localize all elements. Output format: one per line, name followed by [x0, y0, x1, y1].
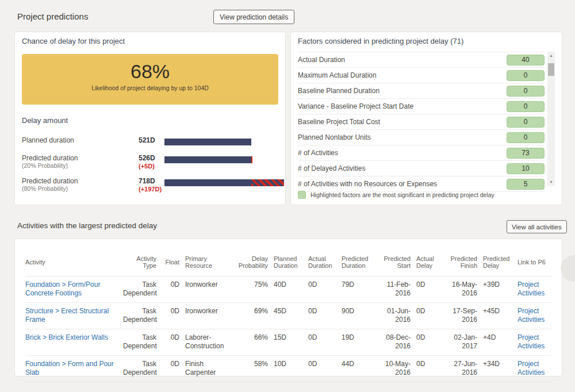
view-all-activities-button[interactable]: View all activities [507, 220, 567, 233]
table-cell: 0D [162, 333, 179, 342]
factor-row: Planned Nonlabor Units0 [298, 130, 545, 145]
floating-widget[interactable] [561, 255, 575, 282]
table-cell: +45D [483, 307, 512, 316]
factors-list: Actual Duration40Maximum Actual Duration… [298, 52, 545, 192]
table-cell: 45D [274, 307, 302, 316]
scroll-down-icon[interactable]: ▼ [547, 178, 555, 186]
table-cell: 19D [342, 333, 373, 342]
p6-link[interactable]: Project Activities [518, 307, 549, 324]
view-prediction-details-button[interactable]: View prediction details [213, 10, 294, 24]
table-cell: 0D [308, 333, 336, 342]
activity-row: Foundation > Form and Pour SlabTask Depe… [25, 356, 551, 382]
table-cell: 0D [416, 280, 439, 289]
factor-value-pill: 73 [507, 148, 545, 159]
table-cell: 15D [274, 333, 302, 342]
delay-row-label: Predicted duration(20% Probability) [22, 154, 139, 170]
column-header: Activity Type [123, 255, 156, 269]
table-cell: 58% [232, 360, 268, 368]
factor-label: Variance - Baseline Project Start Date [298, 102, 413, 110]
chance-panel-heading: Chance of delay for this project [22, 37, 125, 45]
activity-link[interactable]: Foundation > Form and Pour Slab [25, 360, 117, 377]
scroll-up-icon[interactable]: ▲ [547, 52, 555, 60]
table-cell: 0D [416, 360, 439, 368]
column-header: Predicted Duration [342, 255, 373, 269]
delay-chance-percent: 68% [22, 60, 278, 82]
activity-link[interactable]: Brick > Brick Exterior Walls [25, 333, 117, 342]
delay-chance-subtitle: Likelihood of project delaying by up to … [22, 84, 278, 91]
table-cell: 0D [308, 280, 336, 289]
column-header: Delay Probability [232, 255, 268, 269]
delay-row: Planned duration521D [22, 136, 283, 145]
factors-scrollbar[interactable]: ▲ ▼ [547, 52, 555, 186]
delay-row-value: 526D(+5D) [139, 154, 164, 170]
table-cell: 40D [274, 280, 302, 289]
delay-amount-heading: Delay amount [22, 116, 68, 125]
duration-bar [164, 179, 284, 186]
factor-value-pill: 0 [507, 117, 545, 128]
activity-row: Structure > Erect Structural FrameTask D… [25, 303, 551, 329]
activities-table: ActivityActivity TypeFloatPrimary Resour… [25, 252, 551, 382]
predictions-dashboard: Project predictions View prediction deta… [0, 0, 575, 392]
factor-value-pill: 0 [507, 101, 545, 112]
factor-label: # of Delayed Activities [298, 164, 365, 172]
table-cell: Task Dependent [123, 280, 156, 298]
factor-label: Baseline Project Total Cost [298, 118, 380, 126]
factors-panel: Factors considered in predicting project… [290, 32, 562, 205]
table-cell: 66% [232, 333, 268, 342]
table-header-row: ActivityActivity TypeFloatPrimary Resour… [25, 252, 551, 276]
table-cell: Laborer-Construction [185, 333, 227, 351]
factor-row: # of Activities with no Resources or Exp… [298, 176, 545, 192]
table-cell: 79D [342, 280, 373, 289]
activity-row: Foundation > Form/Pour Concrete Footings… [25, 276, 551, 303]
highlight-legend-text: Highlighted factors are the most signifi… [310, 191, 494, 198]
scrollbar-thumb[interactable] [548, 63, 554, 76]
highlight-legend: Highlighted factors are the most signifi… [298, 191, 494, 199]
factor-label: Maximum Actual Duration [298, 71, 377, 79]
activity-link[interactable]: Structure > Erect Structural Frame [25, 307, 117, 324]
table-cell: 10D [274, 360, 302, 368]
table-cell: 01-Jun-2016 [378, 307, 411, 324]
column-header: Float [162, 259, 179, 266]
activities-panel: ActivityActivity TypeFloatPrimary Resour… [14, 239, 562, 376]
table-cell: 10-May-2016 [378, 360, 411, 377]
factor-row: # of Delayed Activities10 [298, 161, 545, 176]
delay-row: Predicted duration(80% Probability)718D(… [22, 177, 283, 193]
duration-bar [164, 156, 283, 163]
table-cell: 0D [162, 280, 179, 289]
activities-heading: Activities with the largest predicted de… [17, 221, 157, 230]
table-cell: 11-Feb-2016 [378, 280, 411, 298]
factor-row: Actual Duration40 [298, 52, 545, 68]
p6-link[interactable]: Project Activities [518, 360, 549, 377]
column-header: Predicted Finish [445, 255, 477, 269]
delay-row-value: 521D [139, 136, 164, 144]
factor-value-pill: 0 [507, 86, 545, 97]
chance-of-delay-panel: Chance of delay for this project 68% Lik… [14, 32, 286, 205]
factor-row: Baseline Planned Duration0 [298, 83, 545, 99]
table-cell: 0D [416, 307, 439, 316]
activity-link[interactable]: Foundation > Form/Pour Concrete Footings [25, 280, 117, 298]
table-cell: Task Dependent [123, 333, 156, 351]
factors-panel-heading: Factors considered in predicting project… [298, 37, 463, 45]
table-cell: Ironworker [185, 280, 227, 289]
factor-value-pill: 0 [507, 132, 545, 143]
column-header: Planned Duration [274, 255, 302, 269]
delay-row-value: 718D(+197D) [139, 177, 164, 193]
column-header: Link to P6 [518, 259, 549, 266]
duration-bar [164, 139, 283, 145]
factor-value-pill: 40 [507, 55, 545, 66]
p6-link[interactable]: Project Activities [518, 333, 549, 351]
column-header: Actual Duration [308, 255, 336, 269]
factor-label: Actual Duration [298, 56, 345, 64]
column-header: Predicted Start [378, 255, 411, 269]
table-cell: 0D [162, 307, 179, 316]
table-cell: 02-Jan-2017 [445, 333, 477, 351]
factor-row: # of Activities73 [298, 145, 545, 161]
factor-row: Variance - Baseline Project Start Date0 [298, 99, 545, 114]
column-header: Predicted Delay [483, 255, 512, 269]
page-title: Project predictions [17, 11, 88, 21]
column-header: Actual Delay [416, 255, 439, 269]
table-cell: 0D [416, 333, 439, 342]
delay-row-label: Planned duration [22, 136, 139, 144]
table-cell: 90D [342, 307, 373, 316]
p6-link[interactable]: Project Activities [518, 280, 549, 298]
